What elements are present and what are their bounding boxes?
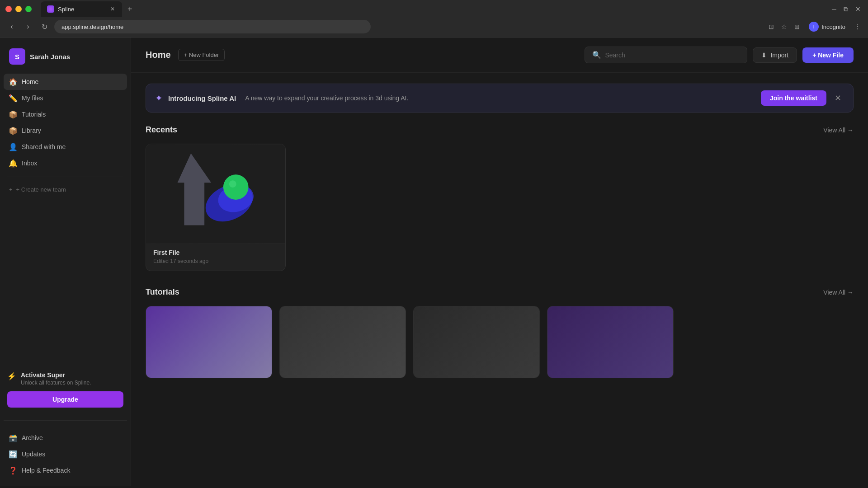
sidebar-item-help[interactable]: ❓ Help & Feedback xyxy=(4,462,127,479)
user-name: Sarah Jonas xyxy=(30,53,70,61)
new-file-button[interactable]: + New File xyxy=(802,47,854,63)
reload-button[interactable]: ↻ xyxy=(38,20,51,33)
sidebar-label-tutorials: Tutorials xyxy=(22,111,46,118)
import-icon: ⬇ xyxy=(761,52,767,59)
tutorials-title: Tutorials xyxy=(146,287,179,297)
sidebar-item-my-files[interactable]: ✏️ My files xyxy=(4,90,127,106)
sidebar-user[interactable]: S Sarah Jonas xyxy=(0,45,131,74)
window-maximize-btn[interactable] xyxy=(25,6,32,12)
tutorials-view-all-button[interactable]: View All → xyxy=(823,289,854,296)
address-input[interactable] xyxy=(54,20,371,33)
sidebar: S Sarah Jonas 🏠 Home ✏️ My files 📦 Tutor… xyxy=(0,38,131,486)
sidebar-item-home[interactable]: 🏠 Home xyxy=(4,74,127,90)
window-close-btn[interactable] xyxy=(5,6,12,12)
tutorial-card-2[interactable] xyxy=(279,306,406,378)
recents-title: Recents xyxy=(146,125,177,135)
sidebar-upgrade: ⚡ Activate Super Unlock all features on … xyxy=(0,364,131,415)
tutorial-card-4[interactable] xyxy=(547,306,674,378)
profile-label: Incognito xyxy=(821,23,845,30)
content-area: ✦ Introducing Spline AI A new way to exp… xyxy=(131,73,868,486)
tutorial-thumb-2 xyxy=(280,306,406,378)
browser-extensions: ⊡ ☆ ⊞ I Incognito ⋮ xyxy=(767,20,863,33)
create-team-label: + Create new team xyxy=(16,186,66,193)
sidebar-label-inbox: Inbox xyxy=(22,160,37,167)
sidebar-label-updates: Updates xyxy=(22,450,45,458)
activate-desc: Unlock all features on Spline. xyxy=(21,380,91,386)
ai-banner-title: Introducing Spline AI xyxy=(168,94,236,102)
activate-super-section: ⚡ Activate Super Unlock all features on … xyxy=(7,371,123,386)
join-waitlist-button[interactable]: Join the waitlist xyxy=(761,90,826,106)
search-bar[interactable]: 🔍 Search xyxy=(585,47,747,63)
file-meta: Edited 17 seconds ago xyxy=(153,258,278,264)
recents-section-header: Recents View All → xyxy=(146,125,854,135)
scene-svg xyxy=(146,144,285,244)
tutorial-card-3[interactable] xyxy=(413,306,540,378)
sidebar-label-archive: Archive xyxy=(22,434,43,441)
create-team-button[interactable]: + + Create new team xyxy=(4,183,127,197)
svg-point-4 xyxy=(223,174,249,200)
scene-bg xyxy=(146,144,285,244)
sidebar-label-library: Library xyxy=(22,127,41,134)
sidebar-item-library[interactable]: 📦 Library xyxy=(4,122,127,139)
address-bar-row: ‹ › ↻ ⊡ ☆ ⊞ I Incognito ⋮ xyxy=(0,18,868,37)
tutorial-card-1[interactable] xyxy=(146,306,272,378)
sidebar-navigation: 🏠 Home ✏️ My files 📦 Tutorials 📦 Library… xyxy=(0,74,131,364)
window-controls xyxy=(5,6,32,12)
import-button[interactable]: ⬇ Import xyxy=(753,47,797,63)
main-content: Home + New Folder 🔍 Search ⬇ Import + Ne… xyxy=(131,38,868,486)
sidebar-item-shared-with-me[interactable]: 👤 Shared with me xyxy=(4,139,127,155)
browser-tab-spline[interactable]: Spline ✕ xyxy=(41,1,122,17)
sidebar-item-inbox[interactable]: 🔔 Inbox xyxy=(4,155,127,171)
window-min-btn[interactable]: ─ xyxy=(830,5,838,14)
tab-favicon xyxy=(47,5,54,13)
sidebar-item-archive[interactable]: 🗃️ Archive xyxy=(4,430,127,446)
extension-manager-btn[interactable]: ⊞ xyxy=(793,21,802,32)
thumbnail-scene xyxy=(146,144,285,244)
tab-bar: Spline ✕ + xyxy=(35,1,142,17)
main-header: Home + New Folder 🔍 Search ⬇ Import + Ne… xyxy=(131,38,868,73)
profile-button[interactable]: I Incognito xyxy=(805,20,849,33)
activate-title: Activate Super xyxy=(21,371,91,379)
browser-menu-btn[interactable]: ⋮ xyxy=(853,21,863,32)
sidebar-item-updates[interactable]: 🔄 Updates xyxy=(4,446,127,462)
file-card-first-file[interactable]: First File Edited 17 seconds ago xyxy=(146,144,286,271)
home-icon: 🏠 xyxy=(9,78,17,86)
nav-separator xyxy=(7,177,123,177)
sidebar-bottom-nav: 🗃️ Archive 🔄 Updates ❓ Help & Feedback xyxy=(0,426,131,479)
tutorials-icon: 📦 xyxy=(9,110,17,118)
banner-close-button[interactable]: ✕ xyxy=(832,92,844,104)
ai-banner-desc: A new way to expand your creative proces… xyxy=(245,94,408,102)
window-restore-btn[interactable]: ⧉ xyxy=(842,5,850,14)
sidebar-label-home: Home xyxy=(22,78,38,85)
back-button[interactable]: ‹ xyxy=(5,20,18,33)
sidebar-label-help: Help & Feedback xyxy=(22,467,70,474)
recents-view-all-button[interactable]: View All → xyxy=(823,127,854,134)
my-files-icon: ✏️ xyxy=(9,94,17,102)
cast-extension-btn[interactable]: ⊡ xyxy=(767,21,776,32)
search-icon: 🔍 xyxy=(592,51,601,59)
new-folder-button[interactable]: + New Folder xyxy=(178,49,225,61)
sidebar-label-my-files: My files xyxy=(22,94,43,102)
window-x-btn[interactable]: ✕ xyxy=(854,5,863,14)
page-title: Home xyxy=(146,50,171,60)
sidebar-item-tutorials[interactable]: 📦 Tutorials xyxy=(4,106,127,122)
window-minimize-btn[interactable] xyxy=(15,6,22,12)
shared-icon: 👤 xyxy=(9,143,17,151)
forward-button[interactable]: › xyxy=(22,20,34,33)
browser-chrome: Spline ✕ + ─ ⧉ ✕ ‹ › ↻ ⊡ ☆ ⊞ I Incognito… xyxy=(0,0,868,38)
tab-close-button[interactable]: ✕ xyxy=(109,6,116,12)
archive-icon: 🗃️ xyxy=(9,434,17,442)
ai-banner-right: Join the waitlist ✕ xyxy=(761,90,844,106)
upgrade-button[interactable]: Upgrade xyxy=(7,391,123,408)
create-team-icon: + xyxy=(9,186,13,193)
file-info: First File Edited 17 seconds ago xyxy=(146,244,285,271)
files-grid: First File Edited 17 seconds ago xyxy=(146,144,854,271)
window-controls-right: ─ ⧉ ✕ xyxy=(830,5,863,14)
tutorial-thumb-1 xyxy=(146,306,272,378)
file-name: First File xyxy=(153,249,278,256)
new-tab-button[interactable]: + xyxy=(124,3,136,16)
app-container: S Sarah Jonas 🏠 Home ✏️ My files 📦 Tutor… xyxy=(0,38,868,486)
bookmark-btn[interactable]: ☆ xyxy=(779,21,789,32)
svg-point-5 xyxy=(229,180,236,188)
updates-icon: 🔄 xyxy=(9,450,17,458)
